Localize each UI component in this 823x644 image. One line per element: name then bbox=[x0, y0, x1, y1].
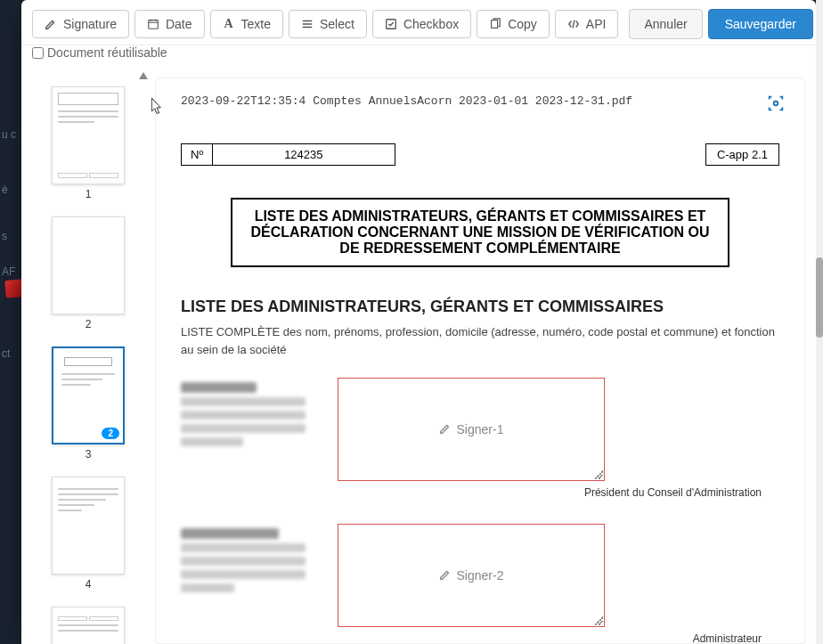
sign-document-dialog: Signature Date A Texte Select Checkbox bbox=[21, 0, 816, 644]
signature-field-1[interactable]: Signer-1 bbox=[338, 378, 605, 481]
signer-1-role: Président du Conseil d'Administration bbox=[181, 486, 762, 499]
copy-icon bbox=[489, 18, 501, 30]
thumb-label-4: 4 bbox=[86, 578, 92, 591]
checkbox-icon bbox=[385, 18, 397, 30]
text-button[interactable]: A Texte bbox=[210, 10, 283, 38]
signature-label: Signature bbox=[63, 17, 117, 31]
thumbnails-panel[interactable]: 1 2 2 3 bbox=[21, 69, 155, 644]
api-button[interactable]: API bbox=[555, 10, 619, 38]
doc-number-label: Nº bbox=[182, 144, 213, 165]
signature-field-2-label: Signer-2 bbox=[457, 568, 504, 583]
save-button[interactable]: Sauvegarder bbox=[708, 9, 813, 39]
document-scroll-area[interactable]: 2023-09-22T12:35:4 Comptes AnnuelsAcorn … bbox=[156, 78, 804, 643]
page-thumbnail-4[interactable] bbox=[52, 477, 125, 575]
svg-rect-2 bbox=[492, 20, 498, 29]
svg-rect-0 bbox=[149, 20, 159, 29]
outer-scrollbar[interactable] bbox=[816, 0, 823, 644]
doc-number-value: 124235 bbox=[213, 144, 394, 165]
copy-label: Copy bbox=[508, 17, 537, 31]
section-description: LISTE COMPLÈTE des nom, prénoms, profess… bbox=[181, 323, 779, 358]
reusable-doc-checkbox[interactable] bbox=[32, 47, 44, 59]
select-button[interactable]: Select bbox=[289, 10, 367, 38]
doc-number-box: Nº 124235 bbox=[181, 143, 395, 166]
section-title: LISTE DES ADMINISTRATEURS, GÉRANTS ET CO… bbox=[181, 298, 779, 316]
thumb-label-1: 1 bbox=[86, 188, 92, 200]
date-button[interactable]: Date bbox=[134, 10, 205, 38]
cancel-button[interactable]: Annuler bbox=[629, 9, 702, 39]
outer-scrollbar-thumb[interactable] bbox=[816, 257, 823, 338]
signature-button[interactable]: Signature bbox=[32, 10, 129, 38]
checkbox-button[interactable]: Checkbox bbox=[372, 10, 471, 38]
page-thumbnail-5[interactable] bbox=[52, 607, 125, 644]
workspace: 1 2 2 3 bbox=[21, 69, 816, 644]
calendar-icon bbox=[147, 18, 159, 30]
thumb-label-2: 2 bbox=[86, 318, 92, 330]
select-label: Select bbox=[320, 17, 354, 31]
resize-handle[interactable] bbox=[594, 470, 603, 479]
page-thumbnail-3[interactable]: 2 bbox=[52, 346, 125, 444]
page-thumbnail-1[interactable] bbox=[52, 86, 125, 184]
checkbox-label: Checkbox bbox=[403, 17, 459, 31]
document-viewer: 2023-09-22T12:35:4 Comptes AnnuelsAcorn … bbox=[155, 77, 805, 644]
text-label: Texte bbox=[241, 17, 271, 31]
document-filename: 2023-09-22T12:35:4 Comptes AnnuelsAcorn … bbox=[181, 94, 779, 108]
api-label: API bbox=[586, 17, 607, 31]
page-thumbnail-2[interactable] bbox=[52, 216, 125, 314]
signature-field-1-label: Signer-1 bbox=[457, 422, 504, 436]
capp-box: C-app 2.1 bbox=[705, 143, 779, 166]
signature-icon bbox=[439, 422, 452, 437]
signer-2-role: Administrateur bbox=[181, 632, 762, 643]
thumb-badge-3: 2 bbox=[102, 428, 119, 439]
signature-icon bbox=[45, 18, 57, 30]
thumb-label-3: 3 bbox=[86, 448, 92, 461]
copy-button[interactable]: Copy bbox=[477, 10, 550, 38]
code-icon bbox=[567, 18, 580, 30]
resize-handle[interactable] bbox=[594, 616, 603, 625]
list-icon bbox=[301, 18, 314, 30]
reusable-doc-label: Document réutilisable bbox=[47, 45, 167, 60]
redacted-person-1 bbox=[181, 378, 306, 451]
redacted-person-2 bbox=[181, 524, 306, 597]
signature-icon bbox=[439, 568, 452, 583]
date-label: Date bbox=[166, 17, 192, 31]
main-title-box: LISTE DES ADMINISTRATEURS, GÉRANTS ET CO… bbox=[231, 198, 729, 267]
text-icon: A bbox=[223, 18, 235, 30]
toolbar: Signature Date A Texte Select Checkbox bbox=[21, 0, 816, 45]
scroll-up-icon bbox=[139, 72, 148, 79]
signature-field-2[interactable]: Signer-2 bbox=[338, 524, 605, 627]
